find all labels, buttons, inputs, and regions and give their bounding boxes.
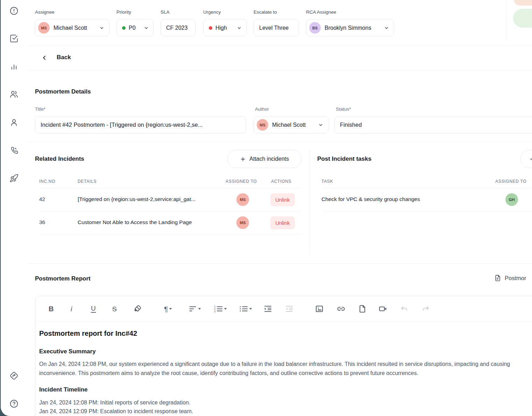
alert-circle-icon[interactable] [9,6,19,15]
status-input[interactable]: Finished [334,116,532,133]
postmortem-details-heading: Postmortem Details [35,88,91,95]
rocket-icon[interactable] [9,174,19,183]
title-label: Title* [35,106,45,112]
title-input[interactable]: Incident #42 Postmortem - [Triggered on … [35,116,246,133]
align-button[interactable] [189,304,201,314]
chevron-down-icon [237,26,242,30]
rca-assignee-value: Brooklyn Simmons [325,25,371,31]
priority-value: P0 [129,25,136,31]
section-divider [28,263,532,264]
escalate-to-field[interactable]: Level Three [254,19,299,36]
incident-row-avatar: MS [236,193,249,206]
status-value: Finished [340,122,362,128]
postmortem-templates-link[interactable]: Postmor [494,275,526,282]
col-task-assigned: ASSIGNED TO [495,179,526,184]
author-avatar: MS [257,119,268,131]
table-divider [39,188,302,188]
ordered-list-button[interactable]: 123 [214,304,227,314]
table-divider [39,211,302,212]
title-value: Incident #42 Postmortem - [Triggered on … [41,122,203,128]
escalate-to-value: Level Three [259,25,289,31]
post-incident-tasks-heading: Post Incident tasks [317,155,371,162]
incident-row-avatar: MS [236,216,249,229]
assignee-select[interactable]: MS Michael Scott [35,19,109,36]
paragraph-style-button[interactable]: ¶ [164,304,172,314]
rca-assignee-avatar: BS [309,22,321,34]
unlink-button[interactable]: Unlink [270,216,295,229]
priority-select[interactable]: P0 [116,19,154,36]
underline-button[interactable]: U [91,304,96,314]
unlink-button[interactable]: Unlink [270,193,295,206]
author-select[interactable]: MS Michael Scott [254,116,328,133]
main-content: Assignee MS Michael Scott Priority P0 SL… [28,0,532,416]
redo-button[interactable] [421,304,430,314]
italic-button[interactable]: i [71,304,72,314]
table-divider [39,234,302,235]
check-square-icon[interactable] [9,34,19,43]
undo-button[interactable] [400,304,409,314]
priority-label: Priority [116,9,131,15]
col-details: DETAILS [78,179,97,184]
add-task-button[interactable] [520,150,532,168]
back-button[interactable]: Back [57,54,71,61]
urgency-select[interactable]: High [203,19,247,36]
doc-title: Postmortem report for Inc#42 [39,330,137,338]
table-divider [321,211,532,212]
priority-dot-icon [122,26,126,30]
postmortem-report-heading: Postmortem Report [35,275,91,282]
bold-button[interactable]: B [49,304,54,314]
rca-assignee-select[interactable]: BS Brooklyn Simmons [306,19,394,36]
timeline-entry: Jan 24, 2024 12:09 PM: Escalation to inc… [39,407,525,416]
exec-summary-heading: Executive Summary [39,348,96,355]
help-circle-icon[interactable] [9,399,19,408]
status-pill-orange[interactable] [514,0,532,6]
indent-button[interactable] [264,304,272,314]
insert-image-button[interactable] [315,304,324,314]
assignee-avatar: MS [38,22,50,34]
back-row: Back [28,46,532,70]
plus-icon [529,156,532,162]
navigation-icon[interactable] [9,371,19,380]
urgency-label: Urgency [203,9,221,15]
exec-summary-paragraph: On Jan 24, 2024 12:08 PM, our system exp… [39,360,525,377]
task-row-avatar: GH [505,193,518,206]
phone-call-icon[interactable] [9,146,19,155]
rca-assignee-label: RCA Assignee [306,9,336,15]
outdent-button[interactable] [285,304,293,314]
svg-text:3: 3 [214,310,215,313]
incident-row-details: Customer Not Able to Access the Landing … [78,219,192,226]
chevron-down-icon [384,26,389,30]
strikethrough-button[interactable]: S [112,304,117,314]
topbar-divider [506,0,506,40]
related-incidents-heading: Related Incidents [35,155,84,162]
incident-row-details: [Triggered on {region:us-west-2,service:… [78,196,196,202]
section-divider [28,142,532,142]
postmortem-templates-label: Postmor [505,275,526,282]
chevron-down-icon [144,26,149,30]
task-row-label: Check for VPC & security group changes [321,196,420,202]
sla-field[interactable]: CF 2023 [161,19,196,36]
chevron-left-icon[interactable] [41,54,48,61]
sla-label: SLA [161,9,170,15]
incident-attributes-bar: Assignee MS Michael Scott Priority P0 SL… [28,0,532,46]
insert-link-button[interactable] [337,304,345,314]
attach-incidents-button[interactable]: Attach incidents [227,150,302,168]
editor-toolbar: B i U S ¶ 123 [35,296,532,322]
col-task: TASK [321,179,333,184]
status-pill-green[interactable] [513,9,532,28]
highlighter-button[interactable] [133,304,142,314]
attach-incidents-label: Attach incidents [249,156,289,162]
status-label: Status* [336,106,351,112]
team-icon[interactable] [9,90,19,99]
insert-video-button[interactable] [378,304,388,314]
bullet-list-button[interactable] [239,304,252,314]
user-icon[interactable] [9,118,19,127]
col-inc-no: INC.NO [39,179,55,184]
col-assigned: ASSIGNED TO [226,179,257,184]
insert-file-button[interactable] [358,304,367,314]
caret-down-icon [198,308,201,310]
urgency-value: High [215,25,227,31]
bar-chart-icon[interactable] [9,62,19,71]
table-divider [321,188,532,188]
column-divider [310,150,310,256]
